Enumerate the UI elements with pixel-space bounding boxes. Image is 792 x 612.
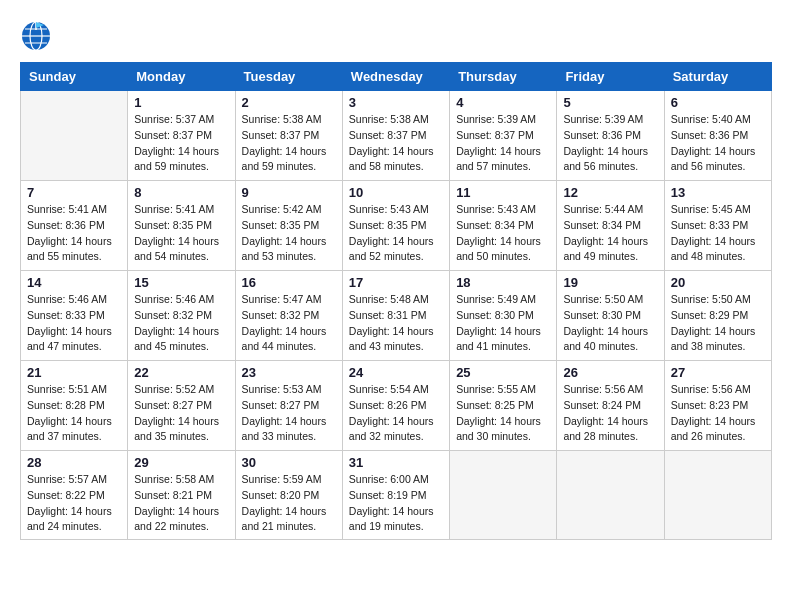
day-info: Sunrise: 5:49 AM Sunset: 8:30 PM Dayligh… <box>456 292 550 355</box>
day-number: 31 <box>349 455 443 470</box>
day-header-saturday: Saturday <box>664 63 771 91</box>
calendar-cell <box>557 451 664 540</box>
day-number: 14 <box>27 275 121 290</box>
calendar-cell: 8Sunrise: 5:41 AM Sunset: 8:35 PM Daylig… <box>128 181 235 271</box>
day-info: Sunrise: 5:43 AM Sunset: 8:34 PM Dayligh… <box>456 202 550 265</box>
day-info: Sunrise: 6:00 AM Sunset: 8:19 PM Dayligh… <box>349 472 443 535</box>
calendar-cell: 2Sunrise: 5:38 AM Sunset: 8:37 PM Daylig… <box>235 91 342 181</box>
calendar-cell: 12Sunrise: 5:44 AM Sunset: 8:34 PM Dayli… <box>557 181 664 271</box>
day-info: Sunrise: 5:53 AM Sunset: 8:27 PM Dayligh… <box>242 382 336 445</box>
day-header-wednesday: Wednesday <box>342 63 449 91</box>
calendar-cell: 15Sunrise: 5:46 AM Sunset: 8:32 PM Dayli… <box>128 271 235 361</box>
calendar-week-row: 1Sunrise: 5:37 AM Sunset: 8:37 PM Daylig… <box>21 91 772 181</box>
calendar-cell: 3Sunrise: 5:38 AM Sunset: 8:37 PM Daylig… <box>342 91 449 181</box>
day-number: 22 <box>134 365 228 380</box>
day-info: Sunrise: 5:56 AM Sunset: 8:23 PM Dayligh… <box>671 382 765 445</box>
day-header-friday: Friday <box>557 63 664 91</box>
day-info: Sunrise: 5:48 AM Sunset: 8:31 PM Dayligh… <box>349 292 443 355</box>
day-info: Sunrise: 5:38 AM Sunset: 8:37 PM Dayligh… <box>349 112 443 175</box>
day-number: 17 <box>349 275 443 290</box>
day-number: 27 <box>671 365 765 380</box>
calendar-cell: 17Sunrise: 5:48 AM Sunset: 8:31 PM Dayli… <box>342 271 449 361</box>
calendar-cell: 10Sunrise: 5:43 AM Sunset: 8:35 PM Dayli… <box>342 181 449 271</box>
day-number: 16 <box>242 275 336 290</box>
day-number: 2 <box>242 95 336 110</box>
calendar-cell <box>450 451 557 540</box>
day-number: 11 <box>456 185 550 200</box>
calendar-cell: 30Sunrise: 5:59 AM Sunset: 8:20 PM Dayli… <box>235 451 342 540</box>
day-number: 20 <box>671 275 765 290</box>
day-header-sunday: Sunday <box>21 63 128 91</box>
day-info: Sunrise: 5:57 AM Sunset: 8:22 PM Dayligh… <box>27 472 121 535</box>
day-number: 9 <box>242 185 336 200</box>
day-number: 13 <box>671 185 765 200</box>
day-info: Sunrise: 5:44 AM Sunset: 8:34 PM Dayligh… <box>563 202 657 265</box>
calendar-cell: 21Sunrise: 5:51 AM Sunset: 8:28 PM Dayli… <box>21 361 128 451</box>
day-info: Sunrise: 5:51 AM Sunset: 8:28 PM Dayligh… <box>27 382 121 445</box>
calendar-cell: 11Sunrise: 5:43 AM Sunset: 8:34 PM Dayli… <box>450 181 557 271</box>
day-number: 5 <box>563 95 657 110</box>
day-number: 30 <box>242 455 336 470</box>
calendar-cell: 4Sunrise: 5:39 AM Sunset: 8:37 PM Daylig… <box>450 91 557 181</box>
calendar-cell: 5Sunrise: 5:39 AM Sunset: 8:36 PM Daylig… <box>557 91 664 181</box>
calendar-cell: 14Sunrise: 5:46 AM Sunset: 8:33 PM Dayli… <box>21 271 128 361</box>
day-info: Sunrise: 5:59 AM Sunset: 8:20 PM Dayligh… <box>242 472 336 535</box>
day-info: Sunrise: 5:42 AM Sunset: 8:35 PM Dayligh… <box>242 202 336 265</box>
day-info: Sunrise: 5:43 AM Sunset: 8:35 PM Dayligh… <box>349 202 443 265</box>
calendar-cell: 28Sunrise: 5:57 AM Sunset: 8:22 PM Dayli… <box>21 451 128 540</box>
day-info: Sunrise: 5:56 AM Sunset: 8:24 PM Dayligh… <box>563 382 657 445</box>
day-number: 7 <box>27 185 121 200</box>
day-number: 12 <box>563 185 657 200</box>
day-info: Sunrise: 5:50 AM Sunset: 8:30 PM Dayligh… <box>563 292 657 355</box>
calendar-cell <box>21 91 128 181</box>
day-number: 18 <box>456 275 550 290</box>
day-header-monday: Monday <box>128 63 235 91</box>
day-number: 23 <box>242 365 336 380</box>
day-info: Sunrise: 5:41 AM Sunset: 8:35 PM Dayligh… <box>134 202 228 265</box>
day-number: 29 <box>134 455 228 470</box>
calendar-week-row: 21Sunrise: 5:51 AM Sunset: 8:28 PM Dayli… <box>21 361 772 451</box>
day-info: Sunrise: 5:39 AM Sunset: 8:37 PM Dayligh… <box>456 112 550 175</box>
calendar-cell: 31Sunrise: 6:00 AM Sunset: 8:19 PM Dayli… <box>342 451 449 540</box>
calendar-cell: 13Sunrise: 5:45 AM Sunset: 8:33 PM Dayli… <box>664 181 771 271</box>
day-number: 24 <box>349 365 443 380</box>
calendar-cell: 25Sunrise: 5:55 AM Sunset: 8:25 PM Dayli… <box>450 361 557 451</box>
day-info: Sunrise: 5:41 AM Sunset: 8:36 PM Dayligh… <box>27 202 121 265</box>
calendar-header-row: SundayMondayTuesdayWednesdayThursdayFrid… <box>21 63 772 91</box>
calendar-cell: 29Sunrise: 5:58 AM Sunset: 8:21 PM Dayli… <box>128 451 235 540</box>
day-number: 6 <box>671 95 765 110</box>
day-info: Sunrise: 5:52 AM Sunset: 8:27 PM Dayligh… <box>134 382 228 445</box>
logo <box>20 20 56 52</box>
day-info: Sunrise: 5:39 AM Sunset: 8:36 PM Dayligh… <box>563 112 657 175</box>
day-info: Sunrise: 5:58 AM Sunset: 8:21 PM Dayligh… <box>134 472 228 535</box>
day-number: 1 <box>134 95 228 110</box>
day-header-thursday: Thursday <box>450 63 557 91</box>
calendar-cell: 19Sunrise: 5:50 AM Sunset: 8:30 PM Dayli… <box>557 271 664 361</box>
day-number: 19 <box>563 275 657 290</box>
calendar-cell: 1Sunrise: 5:37 AM Sunset: 8:37 PM Daylig… <box>128 91 235 181</box>
day-info: Sunrise: 5:46 AM Sunset: 8:33 PM Dayligh… <box>27 292 121 355</box>
day-number: 3 <box>349 95 443 110</box>
day-number: 10 <box>349 185 443 200</box>
day-number: 26 <box>563 365 657 380</box>
calendar-table: SundayMondayTuesdayWednesdayThursdayFrid… <box>20 62 772 540</box>
day-info: Sunrise: 5:50 AM Sunset: 8:29 PM Dayligh… <box>671 292 765 355</box>
day-info: Sunrise: 5:45 AM Sunset: 8:33 PM Dayligh… <box>671 202 765 265</box>
day-header-tuesday: Tuesday <box>235 63 342 91</box>
day-number: 25 <box>456 365 550 380</box>
day-info: Sunrise: 5:40 AM Sunset: 8:36 PM Dayligh… <box>671 112 765 175</box>
day-info: Sunrise: 5:47 AM Sunset: 8:32 PM Dayligh… <box>242 292 336 355</box>
calendar-cell: 27Sunrise: 5:56 AM Sunset: 8:23 PM Dayli… <box>664 361 771 451</box>
calendar-cell: 9Sunrise: 5:42 AM Sunset: 8:35 PM Daylig… <box>235 181 342 271</box>
calendar-cell <box>664 451 771 540</box>
day-info: Sunrise: 5:54 AM Sunset: 8:26 PM Dayligh… <box>349 382 443 445</box>
day-number: 21 <box>27 365 121 380</box>
day-number: 4 <box>456 95 550 110</box>
day-info: Sunrise: 5:46 AM Sunset: 8:32 PM Dayligh… <box>134 292 228 355</box>
day-number: 8 <box>134 185 228 200</box>
calendar-cell: 22Sunrise: 5:52 AM Sunset: 8:27 PM Dayli… <box>128 361 235 451</box>
calendar-cell: 7Sunrise: 5:41 AM Sunset: 8:36 PM Daylig… <box>21 181 128 271</box>
day-number: 15 <box>134 275 228 290</box>
calendar-cell: 6Sunrise: 5:40 AM Sunset: 8:36 PM Daylig… <box>664 91 771 181</box>
calendar-week-row: 14Sunrise: 5:46 AM Sunset: 8:33 PM Dayli… <box>21 271 772 361</box>
